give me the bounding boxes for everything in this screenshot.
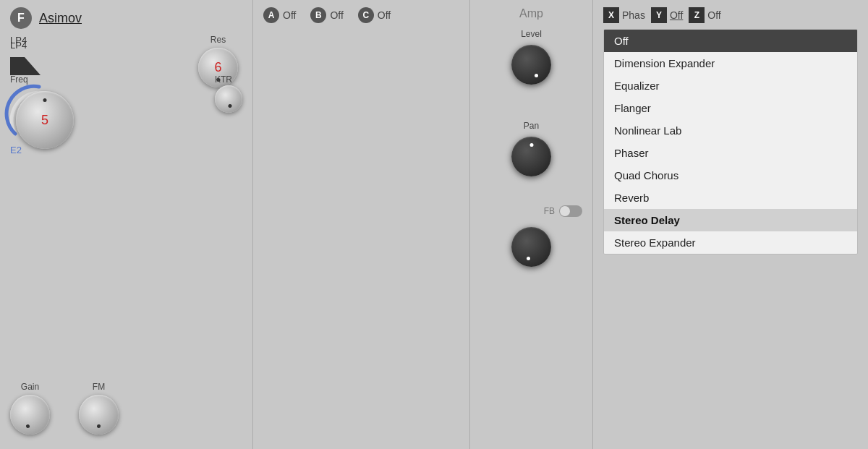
freq-knob[interactable]: 5 bbox=[16, 91, 74, 149]
dropdown-item-8[interactable]: Stereo Delay bbox=[604, 209, 857, 231]
filter-panel: F Asimov LP4 LP4 Res 6 Freq bbox=[0, 0, 253, 449]
dropdown-item-7[interactable]: Reverb bbox=[604, 187, 857, 209]
filter-header: F Asimov bbox=[10, 7, 242, 29]
fx-slot-b[interactable]: B Off bbox=[310, 7, 343, 23]
effects-slot-z-value: Off bbox=[707, 9, 720, 21]
dropdown-item-2[interactable]: Equalizer bbox=[604, 74, 857, 97]
effects-slot-x-letter: X bbox=[603, 7, 619, 23]
fx-slot-b-letter: B bbox=[310, 7, 326, 23]
effects-slot-z[interactable]: Z Off bbox=[689, 7, 720, 23]
fx-slot-a[interactable]: A Off bbox=[263, 7, 296, 23]
ktr-knob[interactable] bbox=[215, 85, 242, 113]
dropdown-item-3[interactable]: Flanger bbox=[604, 97, 857, 119]
fx-abc-header: A Off B Off C Off bbox=[263, 7, 459, 23]
fx-slot-b-value: Off bbox=[330, 9, 343, 21]
amp-panel: Amp Level Pan FB bbox=[470, 0, 593, 449]
fm-container: FM bbox=[79, 382, 119, 435]
effects-dropdown: OffDimension ExpanderEqualizerFlangerNon… bbox=[603, 29, 858, 255]
dropdown-item-5[interactable]: Phaser bbox=[604, 142, 857, 164]
dropdown-item-9[interactable]: Stereo Expander bbox=[604, 231, 857, 254]
fb-label: FB bbox=[544, 206, 555, 216]
level-label: Level bbox=[521, 29, 542, 39]
fb-row: FB bbox=[480, 205, 582, 217]
effects-panel: X Phas Y Off Z Off OffDimension Expander… bbox=[593, 0, 868, 449]
filter-bottom-section: Gain FM bbox=[10, 382, 119, 435]
amp-section: Level Pan FB bbox=[480, 29, 582, 267]
dropdown-item-0[interactable]: Off bbox=[604, 30, 857, 52]
fx-slot-a-value: Off bbox=[283, 9, 296, 21]
main-container: F Asimov LP4 LP4 Res 6 Freq bbox=[0, 0, 868, 449]
gain-container: Gain bbox=[10, 382, 50, 435]
gain-label: Gain bbox=[21, 382, 39, 392]
res-value: 6 bbox=[214, 60, 221, 75]
ktr-label: KTR bbox=[215, 74, 232, 85]
res-label: Res bbox=[210, 35, 226, 45]
filter-title: Asimov bbox=[39, 11, 82, 26]
effects-slot-y-letter: Y bbox=[651, 7, 667, 23]
effects-slot-y-value: Off bbox=[670, 9, 683, 21]
fb-knob-row bbox=[511, 227, 551, 267]
freq-knob-wrapper: 5 bbox=[10, 85, 68, 143]
fx-slot-c[interactable]: C Off bbox=[358, 7, 391, 23]
amp-title: Amp bbox=[480, 7, 582, 20]
lp4-label[interactable]: LP4 bbox=[10, 40, 46, 51]
fm-label: FM bbox=[93, 382, 105, 392]
dropdown-item-6[interactable]: Quad Chorus bbox=[604, 164, 857, 187]
freq-section: Freq 5 E2 bbox=[10, 72, 68, 156]
effects-header: X Phas Y Off Z Off bbox=[603, 7, 858, 23]
level-knob[interactable] bbox=[511, 45, 551, 85]
gain-knob[interactable] bbox=[10, 395, 50, 435]
fb-knob[interactable] bbox=[511, 227, 551, 267]
fx-slot-c-value: Off bbox=[378, 9, 391, 21]
fb-toggle[interactable] bbox=[559, 205, 582, 217]
fx-slot-c-letter: C bbox=[358, 7, 374, 23]
effects-slot-x-value: Phas bbox=[622, 9, 645, 21]
fm-knob[interactable] bbox=[79, 395, 119, 435]
ktr-section: KTR bbox=[215, 72, 242, 113]
effects-slot-x[interactable]: X Phas bbox=[603, 7, 645, 23]
dropdown-item-4[interactable]: Nonlinear Lab bbox=[604, 119, 857, 142]
pan-knob[interactable] bbox=[511, 137, 551, 176]
filter-button[interactable]: F bbox=[10, 7, 32, 29]
effects-slot-z-letter: Z bbox=[689, 7, 705, 23]
pan-label: Pan bbox=[524, 121, 539, 131]
level-row: Level bbox=[511, 29, 551, 85]
freq-value: 5 bbox=[41, 113, 48, 128]
fx-abc-panel: A Off B Off C Off bbox=[253, 0, 470, 449]
dropdown-item-1[interactable]: Dimension Expander bbox=[604, 52, 857, 74]
fx-slot-a-letter: A bbox=[263, 7, 279, 23]
pan-row: Pan bbox=[511, 121, 551, 176]
effects-slot-y[interactable]: Y Off bbox=[651, 7, 683, 23]
